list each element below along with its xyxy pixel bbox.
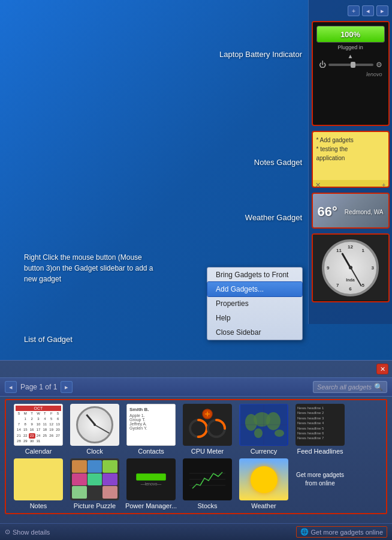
- feed-line2: News headline 2: [297, 410, 343, 415]
- gadget-item-cpu-meter[interactable]: CPU Meter: [181, 404, 234, 455]
- gadgets-window-titlebar: ✕: [0, 361, 392, 377]
- context-help[interactable]: Help: [207, 311, 302, 325]
- gadget-item-stocks[interactable]: Stocks: [181, 458, 234, 509]
- gadgets-grid: OCT SMTWTFS 123456 78910111213 141516171…: [12, 404, 380, 509]
- sidebar-panel: + ◂ ▸ 100% Plugged in ▲ ⏻: [308, 0, 392, 324]
- gadget-label-cpu: CPU Meter: [191, 448, 224, 455]
- battery-percent: 100%: [340, 30, 360, 39]
- clock-gadget-widget: 12 3 6 9 1 11 5 7 Inda: [312, 233, 390, 302]
- get-more-online-label: Get more gadgets online: [311, 529, 383, 536]
- get-more-gadgets-online[interactable]: Get more gadgets from online: [294, 458, 346, 500]
- notes-line-1: * Add gadgets: [316, 136, 385, 145]
- notes-line-2: * testing the: [316, 145, 385, 154]
- gadget-icon-puzzle: [70, 458, 119, 500]
- power-brand: —lenovo—: [141, 482, 162, 486]
- gadget-item-picture-puzzle[interactable]: Picture Puzzle: [68, 458, 121, 509]
- notes-add-icon[interactable]: +: [382, 181, 385, 188]
- get-more-online-button[interactable]: 🌐 Get more gadgets online: [296, 526, 387, 538]
- gadget-label-clock: Clock: [86, 448, 103, 455]
- show-details-chevron: ⊙: [5, 528, 10, 536]
- show-details-label: Show details: [13, 529, 50, 536]
- puzzle-p4: [72, 473, 87, 486]
- battery-fill: 100%: [317, 26, 384, 42]
- svg-point-10: [266, 412, 281, 430]
- gadget-item-notes[interactable]: Notes: [12, 458, 65, 509]
- notes-text: * Add gadgets * testing the application: [316, 136, 385, 163]
- clock-sm-minute: [95, 424, 110, 434]
- clock-num-1: 1: [362, 248, 364, 253]
- puzzle-p2: [88, 460, 102, 473]
- notes-delete-icon[interactable]: ✕: [315, 181, 321, 188]
- gadget-icon-calendar: OCT SMTWTFS 123456 78910111213 141516171…: [14, 404, 63, 446]
- context-close-sidebar[interactable]: Close Sidebar: [207, 325, 302, 340]
- clock-gadget-inner: 12 3 6 9 1 11 5 7 Inda: [313, 235, 388, 301]
- clock-num-3: 3: [372, 265, 374, 271]
- gadget-label-notes: Notes: [30, 502, 47, 509]
- puzzle-p5: [88, 473, 102, 486]
- gadgets-search-placeholder: Search all gadgets: [317, 383, 372, 391]
- puzzle-p8-empty: [88, 486, 102, 499]
- cal-header: OCT: [16, 406, 61, 411]
- show-details-button[interactable]: ⊙ Show details: [5, 528, 50, 536]
- gadget-item-calendar[interactable]: OCT SMTWTFS 123456 78910111213 141516171…: [12, 404, 65, 455]
- sidebar-prev-button[interactable]: ◂: [362, 5, 374, 16]
- context-properties[interactable]: Properties: [207, 296, 302, 311]
- clock-num-5: 5: [362, 283, 364, 288]
- puzzle-icon-inner: [70, 458, 119, 500]
- gadget-icon-cpu: [183, 404, 232, 446]
- gadget-item-contacts[interactable]: Smith B. Apple 1. Group T. Jeffrey A. Gy…: [125, 404, 177, 455]
- battery-controls: ⏻ ⚙: [316, 59, 385, 70]
- gadget-item-currency[interactable]: Currency: [237, 404, 290, 455]
- gadgets-page-label: Page 1 of 1: [20, 383, 57, 391]
- gadget-icon-clock: [70, 404, 119, 446]
- power-icon-inner: —lenovo—: [126, 458, 176, 500]
- battery-gadget-label: Laptop Battery Indicator: [219, 50, 302, 59]
- puzzle-p7: [72, 486, 87, 499]
- contacts-line4: Gyolen Y.: [129, 426, 173, 430]
- weather-gadget-inner: 66° Redmond, WA: [313, 194, 388, 229]
- svg-point-12: [254, 428, 263, 438]
- gadget-item-clock[interactable]: Clock: [68, 404, 121, 455]
- sidebar-top-controls: + ◂ ▸: [309, 3, 392, 19]
- sidebar-add-button[interactable]: +: [348, 5, 360, 16]
- gadgets-prev-button[interactable]: ◂: [5, 381, 17, 393]
- gadgets-next-button[interactable]: ▸: [61, 381, 73, 393]
- contacts-line3: Jeffrey A.: [129, 422, 173, 426]
- battery-slider[interactable]: [328, 64, 373, 66]
- window-close-button[interactable]: ✕: [376, 364, 388, 374]
- clock-num-6: 6: [349, 286, 351, 292]
- weather-sm-icon: [239, 458, 288, 500]
- clock-num-9: 9: [327, 265, 329, 271]
- gadgets-search-box[interactable]: Search all gadgets 🔍: [313, 381, 387, 393]
- stocks-icon-inner: [183, 458, 232, 500]
- feed-line3: News headline 3: [297, 416, 343, 421]
- clock-num-7: 7: [336, 283, 339, 288]
- gadget-item-weather[interactable]: Weather: [237, 458, 290, 509]
- clock-face: 12 3 6 9 1 11 5 7 Inda: [322, 239, 379, 296]
- gadget-item-feed[interactable]: News headline 1 News headline 2 News hea…: [294, 404, 346, 455]
- context-add-gadgets[interactable]: Add Gadgets...: [207, 282, 302, 296]
- gadget-label-calendar: Calendar: [25, 448, 52, 455]
- feed-line6: News headline 6: [297, 431, 343, 436]
- weather-gadget-label: Weather Gadget: [245, 213, 302, 222]
- clock-num-11: 11: [336, 248, 342, 253]
- desktop: + ◂ ▸ 100% Plugged in ▲ ⏻: [0, 0, 392, 540]
- feed-text: News headline 1 News headline 2 News hea…: [297, 406, 343, 441]
- notes-gadget-widget: * Add gadgets * testing the application …: [312, 131, 390, 188]
- battery-status: Plugged in: [316, 44, 385, 50]
- cpu-icon-inner: [183, 404, 232, 446]
- contacts-line2: Group T.: [129, 418, 173, 422]
- svg-point-11: [275, 430, 284, 437]
- clock-sm-icon: [76, 406, 113, 443]
- gadget-item-power[interactable]: —lenovo— Power Manager...: [125, 458, 177, 509]
- gadget-label-contacts: Contacts: [138, 448, 164, 455]
- gadget-icon-stocks: [183, 458, 232, 500]
- cpu-meter-svg: [186, 406, 228, 445]
- sidebar-next-button[interactable]: ▸: [376, 5, 388, 16]
- stocks-chart-svg: [189, 467, 225, 491]
- notes-gadget-label: Notes Gadget: [254, 158, 302, 167]
- gadget-label-power: Power Manager...: [125, 502, 177, 509]
- context-bring-front[interactable]: Bring Gadgets to Front: [207, 268, 302, 282]
- battery-settings-icon: ⚙: [376, 61, 382, 69]
- gadget-icon-feed: News headline 1 News headline 2 News hea…: [295, 404, 345, 446]
